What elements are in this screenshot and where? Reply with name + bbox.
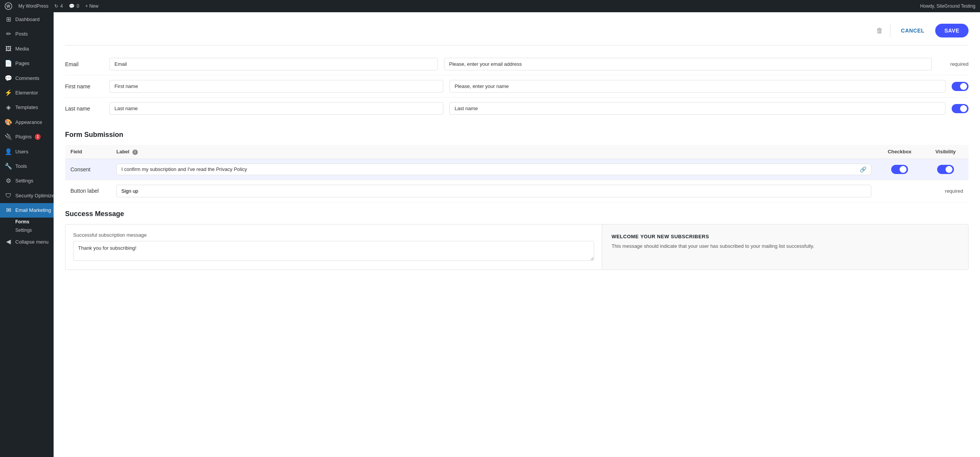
sidebar-item-comments[interactable]: 💬 Comments [0, 71, 54, 86]
users-icon: 👤 [5, 148, 12, 156]
success-card: Successful subscription message Thank yo… [65, 224, 969, 270]
last-name-label: Last name [65, 106, 103, 112]
button-required: required [923, 180, 969, 202]
success-message-section: Success Message Successful subscription … [65, 210, 969, 270]
sidebar-sub-forms[interactable]: Forms [0, 218, 54, 226]
sidebar-item-plugins[interactable]: 🔌 Plugins 1 [0, 130, 54, 144]
elementor-icon: ⚡ [5, 89, 12, 97]
collapse-menu-button[interactable]: ◀ Collapse menu [0, 234, 54, 249]
subscription-message-textarea[interactable]: Thank you for subscribing! [73, 241, 594, 261]
consent-checkbox-cell [877, 159, 923, 180]
sidebar-item-email[interactable]: ✉ Email Marketing [0, 203, 54, 218]
fields-section: Email required First name Last name [65, 53, 969, 119]
consent-label-wrapper: 🔗 [116, 164, 871, 175]
top-action-bar: 🗑 CANCEL SAVE [65, 20, 969, 46]
consent-label-input[interactable] [121, 166, 857, 172]
button-label-input[interactable] [116, 185, 871, 197]
email-required: required [938, 61, 969, 67]
main-content: 🗑 CANCEL SAVE Email required First name [54, 12, 980, 457]
last-name-field-row: Last name [65, 98, 969, 119]
sidebar-item-security[interactable]: 🛡 Security Optimizer [0, 189, 54, 203]
form-submission-title: Form Submission [65, 131, 969, 139]
consent-visibility-cell [923, 159, 969, 180]
sidebar-item-posts[interactable]: ✏ Posts [0, 27, 54, 41]
consent-checkbox-toggle-slider [891, 165, 908, 174]
new-link[interactable]: + New [85, 3, 98, 9]
separator [890, 24, 890, 37]
form-submission-section: Form Submission Field Label i Checkbox V… [65, 131, 969, 202]
last-name-placeholder-input[interactable] [449, 102, 946, 115]
comments-icon: 💬 [69, 3, 75, 9]
success-right-panel: WELCOME YOUR NEW SUBSCRIBERS This messag… [602, 224, 968, 270]
collapse-icon: ◀ [5, 237, 12, 246]
sidebar-item-media[interactable]: 🖼 Media [0, 42, 54, 56]
sidebar-item-settings[interactable]: ⚙ Settings [0, 174, 54, 188]
media-icon: 🖼 [5, 45, 12, 53]
button-label-cell [111, 180, 877, 202]
last-name-toggle-slider [952, 104, 969, 113]
admin-bar: W My WordPress ↻ 4 💬 0 + New Howdy, Site… [0, 0, 980, 12]
consent-checkbox-toggle[interactable] [891, 165, 908, 174]
site-name[interactable]: My WordPress [18, 3, 48, 9]
consent-visibility-toggle[interactable] [937, 165, 954, 174]
sidebar-item-users[interactable]: 👤 Users [0, 145, 54, 159]
posts-icon: ✏ [5, 30, 12, 38]
welcome-text: This message should indicate that your u… [611, 242, 959, 250]
plugins-badge: 1 [35, 134, 41, 140]
consent-link-icon[interactable]: 🔗 [860, 166, 866, 172]
appearance-icon: 🎨 [5, 118, 12, 127]
sidebar-item-tools[interactable]: 🔧 Tools [0, 159, 54, 174]
content-area: 🗑 CANCEL SAVE Email required First name [54, 12, 980, 457]
user-greeting: Howdy, SiteGround Testing [920, 3, 975, 9]
first-name-toggle[interactable] [952, 82, 969, 91]
sidebar: ⊞ Dashboard ✏ Posts 🖼 Media 📄 Pages 💬 Co… [0, 12, 54, 457]
sidebar-item-appearance[interactable]: 🎨 Appearance [0, 115, 54, 130]
welcome-title: WELCOME YOUR NEW SUBSCRIBERS [611, 234, 959, 239]
settings-icon: ⚙ [5, 177, 12, 185]
col-checkbox: Checkbox [877, 145, 923, 159]
subscription-message-label: Successful subscription message [73, 232, 594, 238]
first-name-input[interactable] [109, 80, 443, 93]
first-name-placeholder-input[interactable] [449, 80, 946, 93]
dashboard-icon: ⊞ [5, 15, 12, 24]
updates-icon: ↻ [54, 3, 58, 9]
table-header: Field Label i Checkbox Visibility [65, 145, 969, 159]
col-field: Field [65, 145, 111, 159]
plugins-icon: 🔌 [5, 133, 12, 141]
wp-logo-link[interactable]: W [5, 2, 12, 10]
first-name-toggle-slider [952, 82, 969, 91]
button-label-field-name: Button label [65, 180, 111, 202]
sidebar-item-templates[interactable]: ◈ Templates [0, 100, 54, 115]
consent-field-name: Consent [65, 159, 111, 180]
comments-link[interactable]: 💬 0 [69, 3, 79, 9]
updates-link[interactable]: ↻ 4 [54, 3, 63, 9]
sidebar-item-elementor[interactable]: ⚡ Elementor [0, 86, 54, 100]
sidebar-item-pages[interactable]: 📄 Pages [0, 56, 54, 71]
table-body: Consent 🔗 [65, 159, 969, 202]
label-info-icon[interactable]: i [132, 150, 138, 155]
last-name-input[interactable] [109, 102, 443, 115]
comments-icon: 💬 [5, 74, 12, 83]
save-button[interactable]: SAVE [935, 24, 969, 37]
first-name-label: First name [65, 83, 103, 89]
button-label-row: Button label required [65, 180, 969, 202]
email-name-input[interactable] [109, 58, 438, 70]
sidebar-item-dashboard[interactable]: ⊞ Dashboard [0, 12, 54, 27]
tools-icon: 🔧 [5, 162, 12, 171]
last-name-toggle[interactable] [952, 104, 969, 113]
first-name-field-row: First name [65, 75, 969, 98]
success-message-title: Success Message [65, 210, 969, 218]
consent-visibility-toggle-slider [937, 165, 954, 174]
security-icon: 🛡 [5, 192, 12, 200]
col-label: Label i [111, 145, 877, 159]
consent-row: Consent 🔗 [65, 159, 969, 180]
email-label: Email [65, 61, 103, 67]
sidebar-sub-settings[interactable]: Settings [0, 226, 54, 234]
templates-icon: ◈ [5, 103, 12, 112]
email-placeholder-input[interactable] [444, 58, 932, 70]
col-visibility: Visibility [923, 145, 969, 159]
delete-button[interactable]: 🗑 [874, 24, 885, 37]
cancel-button[interactable]: CANCEL [895, 24, 931, 37]
email-field-row: Email required [65, 53, 969, 75]
consent-label-cell: 🔗 [111, 159, 877, 180]
